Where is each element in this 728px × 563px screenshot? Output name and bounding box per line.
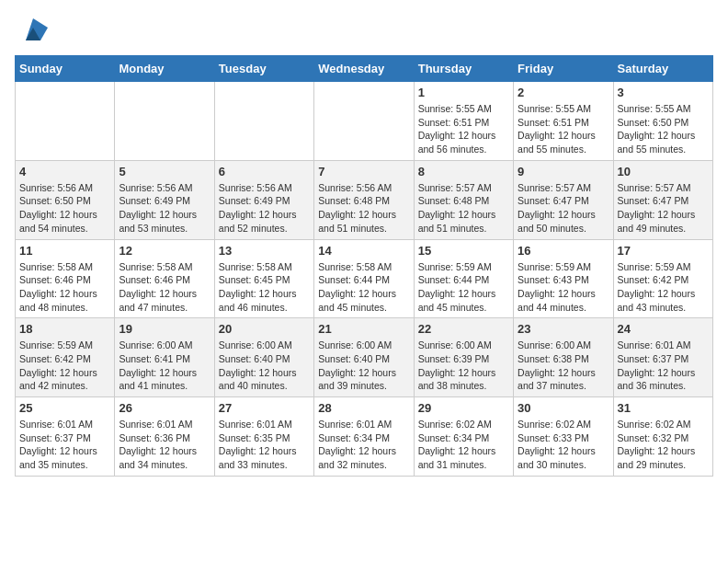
day-cell: 19Sunrise: 6:00 AM Sunset: 6:41 PM Dayli…: [115, 318, 214, 397]
day-cell: 14Sunrise: 5:58 AM Sunset: 6:44 PM Dayli…: [314, 239, 414, 318]
day-detail: Sunrise: 6:02 AM Sunset: 6:32 PM Dayligh…: [618, 418, 709, 472]
logo: [15, 15, 48, 44]
day-detail: Sunrise: 5:59 AM Sunset: 6:42 PM Dayligh…: [19, 339, 110, 393]
day-number: 15: [418, 244, 509, 258]
day-cell: 16Sunrise: 5:59 AM Sunset: 6:43 PM Dayli…: [514, 239, 613, 318]
day-number: 20: [219, 322, 310, 336]
day-number: 7: [318, 165, 409, 178]
week-row-3: 11Sunrise: 5:58 AM Sunset: 6:46 PM Dayli…: [16, 239, 713, 318]
day-number: 16: [518, 244, 609, 258]
weekday-header-tuesday: Tuesday: [214, 56, 313, 82]
weekday-header-row: SundayMondayTuesdayWednesdayThursdayFrid…: [16, 56, 713, 82]
weekday-header-saturday: Saturday: [613, 56, 712, 82]
day-detail: Sunrise: 5:58 AM Sunset: 6:44 PM Dayligh…: [318, 260, 409, 315]
day-number: 22: [418, 322, 509, 336]
day-number: 10: [618, 165, 709, 178]
day-cell: 25Sunrise: 6:01 AM Sunset: 6:37 PM Dayli…: [16, 397, 115, 477]
day-cell: 26Sunrise: 6:01 AM Sunset: 6:36 PM Dayli…: [115, 397, 214, 477]
day-number: 27: [219, 401, 310, 415]
day-detail: Sunrise: 5:56 AM Sunset: 6:50 PM Dayligh…: [19, 181, 110, 236]
day-cell: [214, 82, 313, 161]
day-detail: Sunrise: 6:01 AM Sunset: 6:37 PM Dayligh…: [19, 418, 110, 472]
day-number: 23: [518, 322, 609, 336]
day-number: 3: [618, 86, 709, 99]
day-cell: 29Sunrise: 6:02 AM Sunset: 6:34 PM Dayli…: [414, 397, 513, 477]
day-detail: Sunrise: 5:57 AM Sunset: 6:48 PM Dayligh…: [418, 181, 509, 236]
day-cell: 15Sunrise: 5:59 AM Sunset: 6:44 PM Dayli…: [414, 239, 513, 318]
day-detail: Sunrise: 6:00 AM Sunset: 6:40 PM Dayligh…: [219, 339, 310, 393]
day-cell: 27Sunrise: 6:01 AM Sunset: 6:35 PM Dayli…: [214, 397, 313, 477]
day-number: 31: [618, 401, 709, 415]
day-detail: Sunrise: 5:59 AM Sunset: 6:44 PM Dayligh…: [418, 260, 509, 315]
weekday-header-sunday: Sunday: [16, 56, 115, 82]
day-cell: 18Sunrise: 5:59 AM Sunset: 6:42 PM Dayli…: [16, 318, 115, 397]
day-cell: 21Sunrise: 6:00 AM Sunset: 6:40 PM Dayli…: [314, 318, 414, 397]
weekday-header-thursday: Thursday: [414, 56, 513, 82]
day-detail: Sunrise: 5:57 AM Sunset: 6:47 PM Dayligh…: [518, 181, 609, 236]
day-detail: Sunrise: 6:01 AM Sunset: 6:35 PM Dayligh…: [219, 418, 310, 472]
week-row-1: 1Sunrise: 5:55 AM Sunset: 6:51 PM Daylig…: [16, 82, 713, 161]
day-cell: 11Sunrise: 5:58 AM Sunset: 6:46 PM Dayli…: [16, 239, 115, 318]
day-detail: Sunrise: 6:02 AM Sunset: 6:33 PM Dayligh…: [518, 418, 609, 472]
day-number: 11: [19, 244, 110, 258]
day-cell: 12Sunrise: 5:58 AM Sunset: 6:46 PM Dayli…: [115, 239, 214, 318]
day-detail: Sunrise: 5:55 AM Sunset: 6:51 PM Dayligh…: [418, 102, 509, 156]
day-cell: 23Sunrise: 6:00 AM Sunset: 6:38 PM Dayli…: [514, 318, 613, 397]
day-detail: Sunrise: 6:00 AM Sunset: 6:41 PM Dayligh…: [119, 339, 210, 393]
day-detail: Sunrise: 5:59 AM Sunset: 6:43 PM Dayligh…: [518, 260, 609, 315]
day-detail: Sunrise: 5:58 AM Sunset: 6:46 PM Dayligh…: [119, 260, 210, 315]
day-cell: 8Sunrise: 5:57 AM Sunset: 6:48 PM Daylig…: [414, 160, 513, 239]
day-number: 18: [19, 322, 110, 336]
weekday-header-wednesday: Wednesday: [314, 56, 414, 82]
day-cell: 20Sunrise: 6:00 AM Sunset: 6:40 PM Dayli…: [214, 318, 313, 397]
weekday-header-monday: Monday: [115, 56, 214, 82]
day-cell: 17Sunrise: 5:59 AM Sunset: 6:42 PM Dayli…: [613, 239, 712, 318]
day-number: 8: [418, 165, 509, 178]
day-detail: Sunrise: 5:56 AM Sunset: 6:49 PM Dayligh…: [119, 181, 210, 236]
day-cell: 1Sunrise: 5:55 AM Sunset: 6:51 PM Daylig…: [414, 82, 513, 161]
day-detail: Sunrise: 6:00 AM Sunset: 6:38 PM Dayligh…: [518, 339, 609, 393]
day-detail: Sunrise: 6:00 AM Sunset: 6:39 PM Dayligh…: [418, 339, 509, 393]
day-number: 13: [219, 244, 310, 258]
day-cell: [314, 82, 414, 161]
week-row-2: 4Sunrise: 5:56 AM Sunset: 6:50 PM Daylig…: [16, 160, 713, 239]
day-cell: 7Sunrise: 5:56 AM Sunset: 6:48 PM Daylig…: [314, 160, 414, 239]
day-number: 26: [119, 401, 210, 415]
day-number: 29: [418, 401, 509, 415]
day-number: 1: [418, 86, 509, 99]
day-detail: Sunrise: 5:56 AM Sunset: 6:49 PM Dayligh…: [219, 181, 310, 236]
weekday-header-friday: Friday: [514, 56, 613, 82]
day-number: 2: [518, 86, 609, 99]
day-number: 6: [219, 165, 310, 178]
day-number: 30: [518, 401, 609, 415]
day-cell: 4Sunrise: 5:56 AM Sunset: 6:50 PM Daylig…: [16, 160, 115, 239]
day-cell: 10Sunrise: 5:57 AM Sunset: 6:47 PM Dayli…: [613, 160, 712, 239]
day-cell: 2Sunrise: 5:55 AM Sunset: 6:51 PM Daylig…: [514, 82, 613, 161]
logo-icon: [18, 15, 48, 44]
day-number: 19: [119, 322, 210, 336]
day-detail: Sunrise: 6:02 AM Sunset: 6:34 PM Dayligh…: [418, 418, 509, 472]
day-detail: Sunrise: 6:01 AM Sunset: 6:34 PM Dayligh…: [318, 418, 409, 472]
day-detail: Sunrise: 6:00 AM Sunset: 6:40 PM Dayligh…: [318, 339, 409, 393]
day-cell: [16, 82, 115, 161]
day-cell: 5Sunrise: 5:56 AM Sunset: 6:49 PM Daylig…: [115, 160, 214, 239]
day-number: 25: [19, 401, 110, 415]
day-cell: 22Sunrise: 6:00 AM Sunset: 6:39 PM Dayli…: [414, 318, 513, 397]
week-row-5: 25Sunrise: 6:01 AM Sunset: 6:37 PM Dayli…: [16, 397, 713, 477]
day-number: 28: [318, 401, 409, 415]
day-detail: Sunrise: 5:57 AM Sunset: 6:47 PM Dayligh…: [618, 181, 709, 236]
day-number: 17: [618, 244, 709, 258]
day-cell: [115, 82, 214, 161]
week-row-4: 18Sunrise: 5:59 AM Sunset: 6:42 PM Dayli…: [16, 318, 713, 397]
page-header: [15, 15, 713, 44]
day-number: 21: [318, 322, 409, 336]
day-cell: 13Sunrise: 5:58 AM Sunset: 6:45 PM Dayli…: [214, 239, 313, 318]
day-number: 24: [618, 322, 709, 336]
calendar-table: SundayMondayTuesdayWednesdayThursdayFrid…: [15, 55, 713, 477]
day-detail: Sunrise: 6:01 AM Sunset: 6:37 PM Dayligh…: [618, 339, 709, 393]
day-cell: 3Sunrise: 5:55 AM Sunset: 6:50 PM Daylig…: [613, 82, 712, 161]
day-detail: Sunrise: 5:55 AM Sunset: 6:50 PM Dayligh…: [618, 102, 709, 156]
day-cell: 28Sunrise: 6:01 AM Sunset: 6:34 PM Dayli…: [314, 397, 414, 477]
day-number: 4: [19, 165, 110, 178]
day-number: 9: [518, 165, 609, 178]
